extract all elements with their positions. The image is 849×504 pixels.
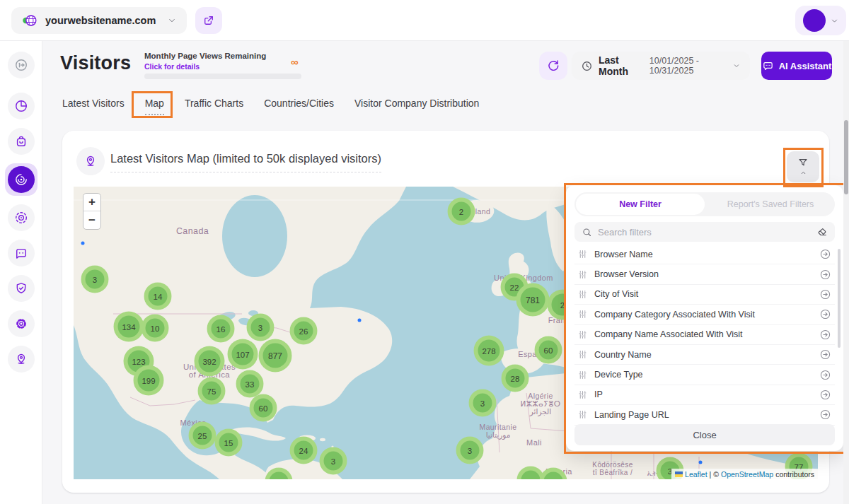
arrow-right-circle-icon[interactable] — [819, 308, 831, 320]
filter-item-company-name-associated-with-visit[interactable]: Company Name Associated With Visit — [574, 325, 835, 345]
filter-panel-scrollbar[interactable] — [838, 249, 841, 348]
map-place-label-line: tî Bêafrîka / — [592, 469, 633, 476]
map-place-label: Mauritanieموريتانيا — [479, 423, 516, 439]
radar-icon — [14, 172, 28, 187]
website-name: yourwebsitename.com — [45, 15, 160, 26]
refresh-button[interactable] — [539, 52, 567, 80]
page-scrollbar[interactable] — [843, 41, 849, 504]
sliders-icon — [578, 310, 587, 319]
map-cluster-marker[interactable]: 3 — [469, 389, 497, 417]
map-cluster-marker[interactable]: 15 — [215, 429, 243, 457]
map-cluster-marker[interactable]: 877 — [259, 339, 292, 373]
eraser-icon[interactable] — [816, 226, 828, 238]
filter-item-landing-page-url[interactable]: Landing Page URL — [574, 405, 835, 425]
map-cluster-marker[interactable]: 3 — [81, 266, 109, 293]
map-cluster-marker[interactable]: 199 — [134, 365, 164, 396]
card-title: Latest Visitors Map (limited to 50k disp… — [110, 152, 381, 172]
map-cluster-marker[interactable]: 60 — [250, 394, 277, 422]
filter-item-ip[interactable]: IP — [574, 385, 835, 405]
map-cluster-marker[interactable]: 75 — [198, 377, 226, 405]
map-cluster-marker[interactable]: 60 — [535, 336, 562, 364]
website-selector[interactable]: yourwebsitename.com — [11, 7, 187, 34]
map-cluster-marker[interactable]: 3 — [247, 314, 275, 341]
sidebar-security[interactable] — [8, 275, 35, 302]
map-cluster-marker[interactable]: 10 — [142, 315, 169, 342]
sliders-icon — [578, 410, 587, 419]
map-cluster-marker[interactable]: 2 — [448, 198, 475, 225]
sliders-icon — [578, 370, 587, 380]
filter-item-company-category-associated-with-visit[interactable]: Company Category Associated With Visit — [574, 305, 835, 324]
map-place-label: Kôdörösêsetî Bêafrîka / — [592, 461, 633, 476]
sidebar-feedback[interactable] — [8, 240, 35, 266]
filter-item-country-name[interactable]: Country Name — [574, 345, 835, 365]
sidebar-session-replay[interactable] — [8, 204, 35, 231]
tab-map[interactable]: Map — [145, 98, 164, 115]
sidebar-visitors[interactable] — [5, 163, 37, 196]
open-site-button[interactable] — [195, 7, 222, 34]
filter-item-browser-name[interactable]: Browser Name — [574, 245, 835, 264]
map-cluster-marker[interactable]: 392 — [195, 346, 225, 377]
arrow-right-circle-icon[interactable] — [819, 389, 831, 401]
attribution-suffix: contributors — [775, 470, 814, 479]
tab-visitor-company-distribution[interactable]: Visitor Company Distribution — [354, 98, 479, 115]
arrow-right-circle-icon[interactable] — [819, 288, 831, 300]
map-cluster-marker[interactable]: 28 — [502, 365, 529, 392]
filter-item-city-of-visit[interactable]: City of Visit — [574, 285, 835, 305]
osm-link[interactable]: OpenStreetMap — [721, 470, 773, 479]
map-place-label-line: الجزائر — [520, 408, 560, 416]
sidebar-locations[interactable] — [8, 346, 35, 373]
arrow-right-circle-icon[interactable] — [819, 248, 831, 260]
tab-latest-visitors[interactable]: Latest Visitors — [62, 98, 125, 115]
tab-saved-filters[interactable]: Report's Saved Filters — [706, 192, 835, 216]
arrow-right-circle-icon[interactable] — [819, 369, 831, 381]
map-pin-icon — [14, 352, 28, 366]
visitor-dot — [699, 461, 703, 464]
arrow-right-circle-icon[interactable] — [819, 348, 831, 361]
tab-traffic-charts[interactable]: Traffic Charts — [185, 98, 243, 115]
refresh-icon — [546, 59, 560, 73]
close-button[interactable]: Close — [574, 424, 835, 445]
map-cluster-marker[interactable]: 25 — [189, 422, 216, 450]
sidebar-store[interactable] — [8, 128, 35, 155]
map-cluster-marker[interactable]: 33 — [236, 370, 264, 398]
quota-details-link[interactable]: Click for details — [144, 62, 200, 71]
filter-panel-tabs: New Filter Report's Saved Filters — [574, 192, 835, 216]
map-place-label-line: Kôdörösêse — [592, 461, 633, 469]
topbar: yourwebsitename.com — [0, 0, 849, 41]
external-link-icon — [202, 14, 215, 27]
tab-countries-cities[interactable]: Countries/Cities — [264, 98, 334, 115]
account-menu[interactable] — [795, 6, 846, 35]
sidebar-analytics[interactable] — [8, 93, 35, 119]
sidebar-settings[interactable] — [8, 310, 35, 337]
leaflet-link[interactable]: Leaflet — [685, 470, 708, 479]
map-place-label-line: Mali — [526, 439, 542, 447]
filter-toggle-button[interactable] — [787, 151, 819, 182]
map-cluster-marker[interactable]: 3 — [320, 447, 347, 475]
filter-search-input[interactable] — [598, 227, 811, 238]
zoom-in-button[interactable]: + — [83, 194, 100, 211]
map-cluster-marker[interactable]: 781 — [516, 283, 550, 317]
ai-assistant-label: AI Assistant — [779, 61, 832, 71]
filter-item-browser-version[interactable]: Browser Version — [574, 264, 835, 284]
sidebar-collapse[interactable] — [8, 52, 35, 78]
ai-assistant-button[interactable]: AI Assistant — [761, 52, 832, 80]
arrow-right-circle-icon[interactable] — [819, 409, 831, 421]
page-scrollbar-thumb[interactable] — [844, 120, 848, 194]
zoom-out-button[interactable]: − — [83, 211, 100, 229]
map-cluster-marker[interactable]: 107 — [228, 339, 258, 370]
map-zoom-control: + − — [83, 193, 101, 230]
page-title: Visitors — [60, 52, 131, 74]
map-cluster-marker[interactable]: 16 — [207, 315, 235, 343]
filter-item-device-type[interactable]: Device Type — [574, 365, 835, 385]
tab-new-filter[interactable]: New Filter — [576, 194, 705, 215]
map-cluster-marker[interactable]: 278 — [474, 336, 504, 366]
date-range-selector[interactable]: Last Month 10/01/2025 - 10/31/2025 — [572, 52, 750, 80]
map-cluster-marker[interactable]: 26 — [290, 317, 318, 345]
map-cluster-marker[interactable]: 3 — [456, 437, 484, 464]
map-cluster-marker[interactable]: 14 — [144, 283, 172, 310]
arrow-right-circle-icon[interactable] — [819, 269, 831, 281]
arrow-right-circle-icon[interactable] — [819, 329, 831, 341]
map-cluster-marker[interactable]: 24 — [290, 437, 318, 464]
sliders-icon — [578, 270, 587, 279]
map-cluster-marker[interactable]: 134 — [114, 312, 144, 342]
